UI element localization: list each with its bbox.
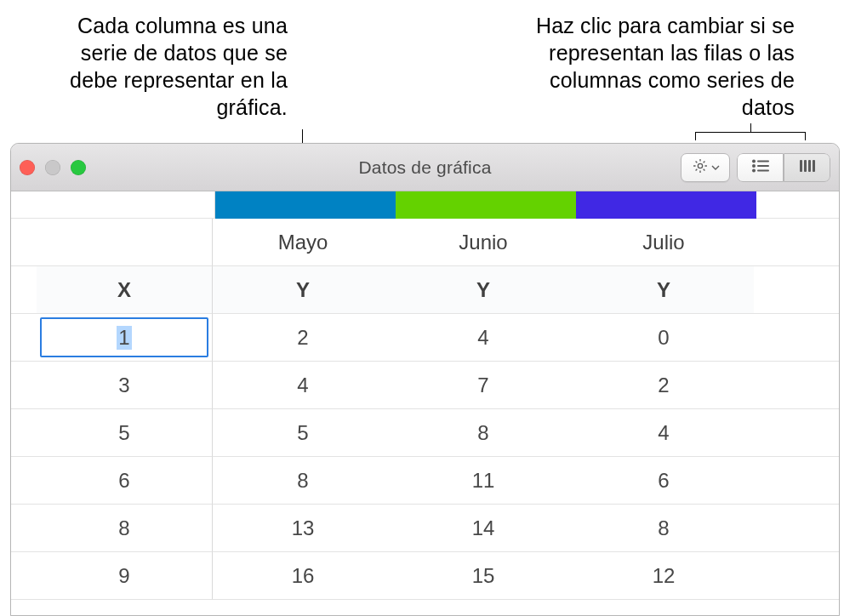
y-value-cell[interactable]: 16 xyxy=(213,552,393,600)
rows-icon xyxy=(750,158,771,177)
svg-rect-10 xyxy=(813,160,815,172)
series-color-band[interactable] xyxy=(396,191,576,219)
series-label-row: Mayo Junio Julio xyxy=(11,219,839,266)
extra-column xyxy=(754,552,839,600)
table-row: 813148 xyxy=(11,505,839,552)
gear-icon xyxy=(692,157,709,178)
extra-column xyxy=(754,314,839,362)
table-row: 68116 xyxy=(11,457,839,505)
x-value-cell[interactable]: 3 xyxy=(37,362,213,409)
x-value-cell[interactable]: 9 xyxy=(37,552,213,600)
y-value-cell[interactable]: 5 xyxy=(213,409,393,457)
svg-point-3 xyxy=(752,164,756,168)
x-value-cell[interactable]: 1 xyxy=(37,314,213,362)
table-row: 9161512 xyxy=(11,552,839,600)
chevron-down-icon xyxy=(711,160,720,175)
callout-column-series: Cada columna es una serie de datos que s… xyxy=(41,12,288,121)
row-gutter xyxy=(11,219,37,266)
extra-column xyxy=(754,457,839,505)
y-axis-header[interactable]: Y xyxy=(573,266,754,314)
series-label[interactable]: Julio xyxy=(573,219,754,266)
columns-icon xyxy=(798,158,817,177)
chart-data-window: Datos de gráfica xyxy=(10,143,840,616)
y-value-cell[interactable]: 8 xyxy=(393,409,573,457)
callout-bracket xyxy=(695,132,806,140)
settings-menu-button[interactable] xyxy=(681,153,730,182)
y-value-cell[interactable]: 15 xyxy=(393,552,573,600)
y-value-cell[interactable]: 4 xyxy=(573,409,754,457)
svg-point-5 xyxy=(752,168,756,172)
y-axis-header[interactable]: Y xyxy=(213,266,393,314)
series-label-spacer xyxy=(37,219,213,266)
x-value-cell[interactable]: 8 xyxy=(37,505,213,552)
selected-cell-text: 1 xyxy=(117,326,131,350)
row-gutter xyxy=(11,266,37,314)
series-label[interactable]: Junio xyxy=(393,219,573,266)
axis-header-row: X Y Y Y xyxy=(11,266,839,314)
svg-rect-4 xyxy=(757,165,769,167)
y-axis-header[interactable]: Y xyxy=(393,266,573,314)
extra-column xyxy=(754,266,839,314)
y-value-cell[interactable]: 12 xyxy=(573,552,754,600)
extra-column xyxy=(756,191,840,219)
y-value-cell[interactable]: 6 xyxy=(573,457,754,505)
svg-rect-2 xyxy=(757,160,769,162)
x-value-cell[interactable]: 5 xyxy=(37,409,213,457)
data-rows: 124034725584681168131489161512 xyxy=(11,314,839,600)
y-value-cell[interactable]: 8 xyxy=(213,457,393,505)
window-traffic-lights xyxy=(20,160,86,175)
y-value-cell[interactable]: 2 xyxy=(573,362,754,409)
row-gutter xyxy=(11,314,37,362)
series-orientation-toggle xyxy=(737,153,830,182)
window-title: Datos de gráfica xyxy=(358,157,491,178)
plot-columns-button[interactable] xyxy=(784,153,830,182)
svg-point-1 xyxy=(752,159,756,163)
y-value-cell[interactable]: 7 xyxy=(393,362,573,409)
y-value-cell[interactable]: 4 xyxy=(393,314,573,362)
window-close-button[interactable] xyxy=(20,160,35,175)
table-row: 5584 xyxy=(11,409,839,457)
y-value-cell[interactable]: 13 xyxy=(213,505,393,552)
data-table: Mayo Junio Julio X Y Y Y 124034725584681… xyxy=(11,191,839,600)
row-gutter xyxy=(11,457,37,505)
svg-point-0 xyxy=(698,163,702,168)
series-label[interactable]: Mayo xyxy=(213,219,393,266)
svg-rect-9 xyxy=(808,160,811,172)
x-axis-header[interactable]: X xyxy=(37,266,213,314)
window-minimize-button[interactable] xyxy=(45,160,60,175)
plot-rows-button[interactable] xyxy=(737,153,784,182)
row-gutter xyxy=(11,552,37,600)
series-color-bands xyxy=(11,191,839,219)
callout-series-toggle: Haz clic para cambiar si se representan … xyxy=(514,12,795,121)
y-value-cell[interactable]: 8 xyxy=(573,505,754,552)
svg-rect-7 xyxy=(800,160,802,172)
row-gutter xyxy=(11,409,37,457)
table-row: 1240 xyxy=(11,314,839,362)
x-value-cell[interactable]: 6 xyxy=(37,457,213,505)
extra-column xyxy=(754,409,839,457)
extra-column xyxy=(754,505,839,552)
y-value-cell[interactable]: 0 xyxy=(573,314,754,362)
row-header-gutter xyxy=(11,191,37,219)
row-gutter xyxy=(11,505,37,552)
y-value-cell[interactable]: 4 xyxy=(213,362,393,409)
series-color-band[interactable] xyxy=(215,191,396,219)
y-value-cell[interactable]: 11 xyxy=(393,457,573,505)
window-titlebar: Datos de gráfica xyxy=(11,144,839,191)
extra-column xyxy=(754,219,839,266)
color-band-spacer xyxy=(37,191,215,219)
y-value-cell[interactable]: 14 xyxy=(393,505,573,552)
row-gutter xyxy=(11,362,37,409)
svg-rect-8 xyxy=(804,160,807,172)
window-zoom-button[interactable] xyxy=(71,160,86,175)
extra-column xyxy=(754,362,839,409)
svg-rect-6 xyxy=(757,169,769,171)
series-color-band[interactable] xyxy=(576,191,756,219)
y-value-cell[interactable]: 2 xyxy=(213,314,393,362)
table-row: 3472 xyxy=(11,362,839,409)
toolbar xyxy=(681,153,830,182)
